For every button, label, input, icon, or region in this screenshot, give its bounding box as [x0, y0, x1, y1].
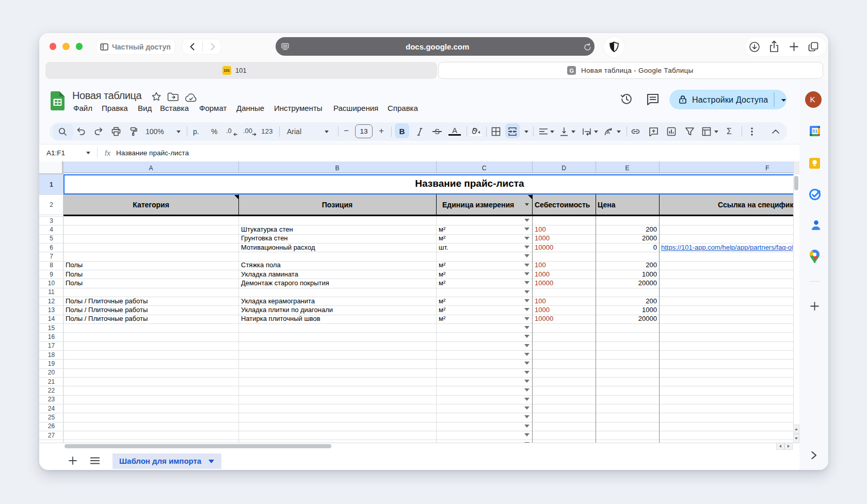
svg-text:31: 31 [812, 128, 817, 134]
svg-text:A: A [606, 129, 610, 135]
